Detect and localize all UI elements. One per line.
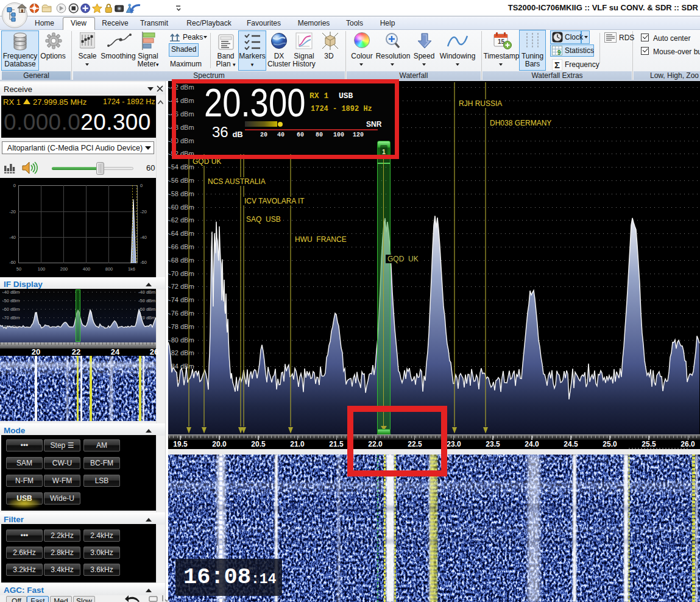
- svg-text:9: 9: [557, 49, 561, 56]
